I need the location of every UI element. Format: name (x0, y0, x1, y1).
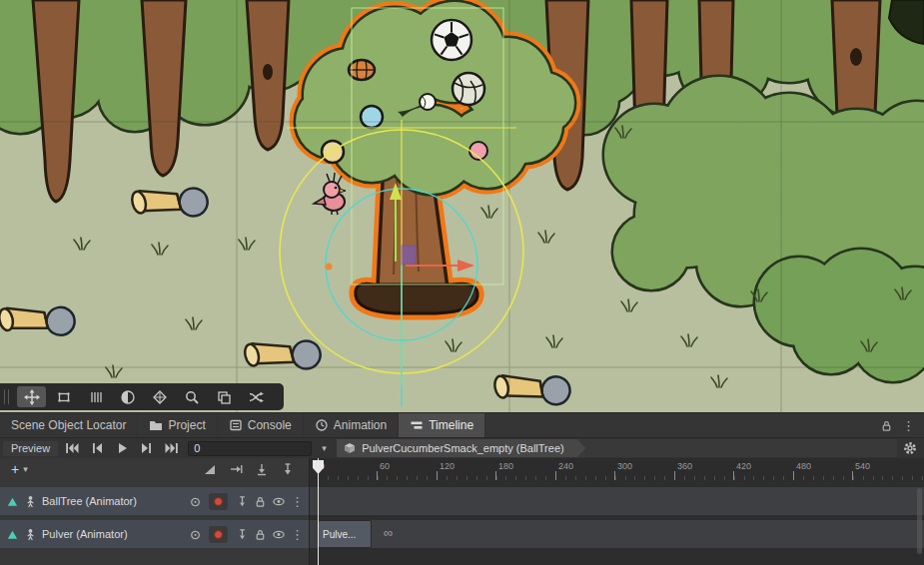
unity-editor: Scene Object Locator Project Console Ani… (0, 0, 924, 565)
timeline-track-controls: + ▾ (0, 458, 310, 480)
orientation-gizmo-button[interactable] (145, 386, 174, 407)
eye-icon[interactable] (272, 495, 286, 508)
tab-label: Scene Object Locator (11, 418, 126, 432)
next-frame-icon (140, 442, 154, 454)
shuffle-tool-button[interactable] (241, 386, 270, 407)
move-tool-button[interactable] (17, 386, 46, 407)
tab-label: Animation (334, 418, 387, 432)
tab-label: Project (168, 418, 205, 432)
infinite-clip-icon: ∞ (384, 525, 393, 540)
shaded-sphere-button[interactable] (113, 386, 142, 407)
tab-timeline[interactable]: Timeline (399, 413, 485, 437)
cube-icon (344, 442, 356, 454)
search-icon (184, 389, 200, 405)
tab-menu-icon[interactable]: ⋮ (902, 419, 915, 432)
previous-frame-button[interactable] (85, 439, 108, 458)
playhead-line[interactable] (318, 458, 319, 565)
lock-icon[interactable] (254, 495, 267, 508)
rect-tool-button[interactable] (49, 386, 78, 407)
lane-pulver[interactable]: Pulve... ∞ (310, 520, 924, 548)
panel-tab-bar: Scene Object Locator Project Console Ani… (0, 412, 924, 437)
preview-toggle[interactable]: Preview (3, 441, 58, 456)
track-menu-icon[interactable]: ⋮ (291, 495, 304, 508)
current-frame-input[interactable]: 0 (188, 441, 312, 456)
eye-icon[interactable] (272, 528, 286, 541)
baseball-sprite[interactable] (420, 94, 436, 110)
shaded-sphere-icon (120, 389, 136, 405)
ruler-label: 300 (617, 461, 632, 471)
basketball-sprite[interactable] (349, 60, 375, 80)
object-picker-icon[interactable]: ⊙ (190, 495, 201, 508)
frame-clips-button[interactable] (255, 462, 269, 476)
track-name: Pulver (Animator) (42, 528, 185, 540)
search-tool-button[interactable] (177, 386, 206, 407)
track-name: BallTree (Animator) (42, 495, 185, 507)
play-button[interactable] (110, 439, 133, 458)
timeline-ruler[interactable]: 0 60 120 180 240 300 360 420 480 540 (310, 458, 924, 480)
ruler-label: 540 (855, 461, 870, 471)
go-to-end-button[interactable] (160, 439, 183, 458)
animation-track-icon (6, 495, 19, 508)
skip-start-icon (65, 442, 79, 454)
soccer-ball-sprite[interactable] (432, 20, 471, 60)
ruler-label: 420 (736, 461, 751, 471)
scene-view[interactable] (0, 0, 924, 412)
track-lanes[interactable]: Pulve... ∞ (310, 480, 924, 565)
track-menu-icon[interactable]: ⋮ (291, 528, 304, 541)
track-header-list: BallTree (Animator) ⊙ (0, 480, 310, 565)
layers-icon (216, 389, 232, 405)
blue-ball-sprite[interactable] (361, 106, 383, 128)
vertical-scrollbar[interactable] (917, 488, 922, 554)
pin-icon[interactable] (236, 528, 249, 541)
layers-tool-button[interactable] (209, 386, 238, 407)
timeline-icon (410, 418, 424, 432)
record-button[interactable] (209, 493, 228, 510)
animator-icon (24, 495, 37, 508)
prev-frame-icon (90, 442, 104, 454)
animation-track-icon (6, 528, 19, 541)
ruler-label: 360 (677, 461, 692, 471)
clip-label: Pulve... (323, 529, 356, 540)
record-button[interactable] (209, 526, 228, 543)
track-header-pulver[interactable]: Pulver (Animator) ⊙ (0, 520, 309, 548)
overlay-drag-handle[interactable] (4, 389, 9, 404)
add-track-button[interactable]: + ▾ (6, 461, 33, 477)
volleyball-sprite[interactable] (453, 73, 484, 105)
curves-view-button[interactable] (203, 462, 217, 476)
skip-end-icon (165, 442, 179, 454)
scene-canvas[interactable] (0, 0, 924, 412)
lane-balltree[interactable] (310, 487, 924, 515)
tab-console[interactable]: Console (218, 413, 304, 437)
chevron-down-icon: ▾ (23, 464, 28, 474)
ruler-label: 180 (498, 461, 513, 471)
lock-icon[interactable] (254, 528, 267, 541)
tab-animation[interactable]: Animation (304, 413, 399, 437)
timeline-options-dropdown[interactable]: ▾ (317, 443, 332, 453)
clip-edit-mode-button[interactable] (229, 462, 243, 476)
object-picker-icon[interactable]: ⊙ (190, 528, 201, 541)
pin-markers-button[interactable] (281, 462, 295, 476)
record-icon (214, 497, 223, 506)
timeline-settings-button[interactable] (899, 441, 921, 455)
record-icon (214, 530, 223, 539)
clock-icon (315, 418, 329, 432)
tab-scene-object-locator[interactable]: Scene Object Locator (0, 413, 138, 437)
timeline-panel: + ▾ (0, 458, 924, 565)
shuffle-icon (248, 389, 264, 405)
ruler-label: 480 (796, 461, 811, 471)
tab-label: Timeline (429, 418, 473, 432)
lock-icon[interactable] (880, 419, 893, 432)
orientation-gizmo-icon (152, 389, 168, 405)
grid-tool-icon (88, 389, 104, 405)
breadcrumb-item[interactable]: PulverCucumberSmack_empty (BallTree) (337, 439, 586, 457)
ruler-label: 120 (440, 461, 455, 471)
tab-project[interactable]: Project (138, 413, 217, 437)
animator-icon (24, 528, 37, 541)
grid-tool-button[interactable] (81, 386, 110, 407)
track-header-balltree[interactable]: BallTree (Animator) ⊙ (0, 487, 309, 515)
go-to-start-button[interactable] (60, 439, 83, 458)
next-frame-button[interactable] (135, 439, 158, 458)
pin-icon[interactable] (236, 495, 249, 508)
animation-clip[interactable]: Pulve... (318, 520, 372, 548)
breadcrumb: PulverCucumberSmack_empty (BallTree) (337, 439, 897, 457)
